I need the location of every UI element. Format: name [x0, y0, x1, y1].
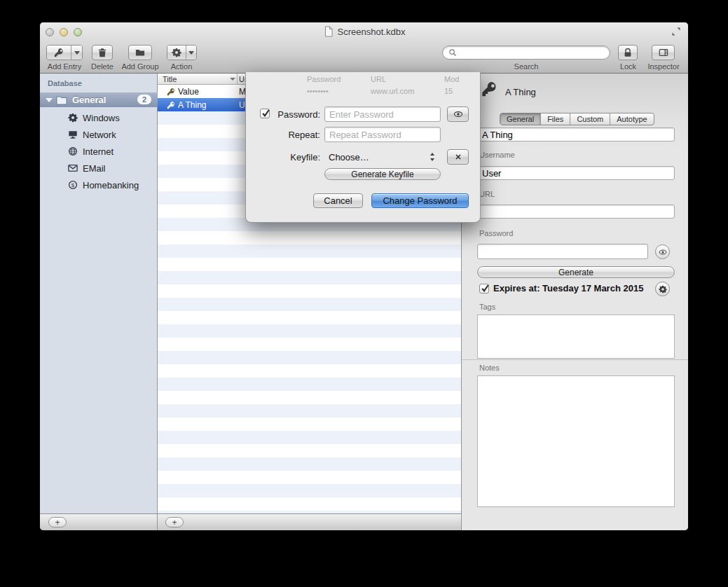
globe-icon — [68, 146, 78, 156]
password-checkbox[interactable] — [260, 109, 270, 118]
checkmark-icon — [480, 283, 490, 294]
sheet-repeat-label: Repeat: — [271, 130, 320, 140]
checkmark-icon — [261, 108, 271, 118]
tab-files[interactable]: Files — [540, 113, 570, 125]
inspector-divider — [462, 359, 688, 360]
window-title: Screenshot.kdbx — [338, 27, 406, 37]
change-password-sheet: Password URL Mod •••••••• www.url.com 15… — [245, 72, 481, 223]
titlebar: Screenshot.kdbx — [40, 22, 688, 41]
cancel-button[interactable]: Cancel — [313, 193, 363, 208]
inspector-button[interactable] — [652, 45, 675, 60]
username-field[interactable] — [477, 166, 675, 180]
search-label: Search — [505, 62, 547, 71]
generate-keyfile-button[interactable]: Generate Keyfile — [324, 168, 441, 180]
stepper-arrows-icon — [430, 152, 435, 162]
username-label: Username — [479, 151, 515, 159]
search-input[interactable] — [460, 48, 604, 57]
folder-icon — [135, 48, 145, 57]
dimmed-modified: 15 — [444, 87, 453, 95]
sidebar-item-label: Internet — [83, 146, 114, 157]
add-entry-button[interactable] — [46, 45, 83, 60]
action-button[interactable] — [167, 45, 197, 60]
sidebar-item-email[interactable]: EMail — [40, 160, 158, 177]
show-password-button[interactable] — [655, 244, 670, 259]
show-password-button[interactable] — [447, 106, 469, 122]
sidebar-item-network[interactable]: Network — [40, 126, 158, 143]
sidebar-item-windows[interactable]: Windows — [40, 109, 158, 126]
enter-password-input[interactable] — [324, 106, 441, 122]
clear-keyfile-button[interactable] — [447, 149, 469, 165]
dimmed-column-modified: Mod — [444, 75, 459, 83]
key-icon — [167, 88, 175, 96]
dimmed-url: www.url.com — [371, 87, 414, 95]
add-group-button[interactable] — [128, 45, 152, 60]
list-bottom-bar: + — [158, 513, 461, 530]
column-divider[interactable] — [237, 74, 238, 85]
eye-icon — [453, 109, 463, 119]
sidebar-item-label: Homebanking — [83, 180, 139, 191]
sidebar-group-general[interactable]: General 2 — [40, 92, 158, 107]
column-header-title[interactable]: Title — [163, 75, 177, 83]
close-icon — [454, 153, 462, 161]
key-icon — [167, 101, 175, 109]
windows-gear-icon — [68, 113, 78, 123]
add-group-label: Add Group — [119, 62, 161, 71]
fullscreen-icon[interactable] — [671, 26, 682, 37]
expires-row: Expires at: Tuesday 17 March 2015 — [479, 283, 643, 294]
lock-button[interactable] — [618, 45, 638, 60]
sheet-password-label: Password: — [271, 109, 320, 120]
repeat-password-input[interactable] — [324, 127, 441, 142]
sidebar-item-homebanking[interactable]: $ Homebanking — [40, 177, 158, 193]
keyfile-popup[interactable]: Choose… — [324, 149, 441, 165]
sidebar: Database General 2 Windows Network Inter… — [40, 74, 158, 513]
change-password-button[interactable]: Change Password — [371, 193, 469, 208]
document-icon — [323, 26, 334, 37]
eye-icon — [659, 248, 667, 256]
sidebar-item-internet[interactable]: Internet — [40, 143, 158, 160]
entry-title: A Thing — [178, 100, 206, 110]
tab-autotype[interactable]: Autotype — [610, 113, 653, 125]
password-label: Password — [479, 229, 513, 237]
title-field[interactable] — [477, 127, 675, 141]
add-group-plus-button[interactable]: + — [48, 517, 67, 527]
lock-label: Lock — [609, 62, 647, 71]
group-count-badge: 2 — [137, 95, 151, 104]
dimmed-column-password: Password — [307, 75, 341, 83]
url-field[interactable] — [477, 205, 675, 219]
entry-key-icon — [481, 81, 497, 100]
delete-label: Delete — [81, 62, 123, 71]
delete-button[interactable] — [92, 45, 113, 60]
chevron-down-icon — [188, 51, 194, 55]
tab-custom[interactable]: Custom — [570, 113, 610, 125]
sidebar-item-label: Windows — [83, 113, 120, 123]
dimmed-column-url: URL — [371, 75, 386, 83]
search-field[interactable] — [442, 46, 610, 60]
expires-checkbox[interactable] — [479, 284, 489, 294]
main-window: Screenshot.kdbx Add Entry Delete Add Gro… — [40, 22, 688, 530]
url-label: URL — [479, 190, 495, 198]
trash-icon — [97, 48, 107, 57]
dimmed-password-dots: •••••••• — [307, 87, 329, 95]
notes-textarea[interactable] — [477, 375, 675, 507]
password-field[interactable] — [477, 244, 648, 259]
sheet-keyfile-label: Keyfile: — [271, 152, 320, 163]
expires-settings-button[interactable] — [655, 282, 670, 296]
lock-icon — [623, 48, 633, 57]
monitor-icon — [68, 130, 78, 139]
disclosure-triangle-icon[interactable] — [46, 98, 53, 102]
gear-icon — [172, 48, 181, 57]
action-label: Action — [163, 62, 200, 71]
folder-icon — [56, 95, 67, 105]
banking-coin-icon: $ — [68, 180, 78, 190]
window-chrome: Screenshot.kdbx Add Entry Delete Add Gro… — [40, 22, 688, 74]
sidebar-bottom-bar: + — [40, 513, 158, 530]
sidebar-header: Database — [48, 79, 82, 88]
sort-indicator-icon — [230, 78, 235, 81]
generate-password-button[interactable]: Generate — [477, 266, 675, 278]
tags-textarea[interactable] — [477, 315, 675, 359]
envelope-icon — [68, 163, 78, 173]
expires-label: Expires at: Tuesday 17 March 2015 — [493, 283, 643, 294]
tags-label: Tags — [479, 303, 495, 311]
add-entry-plus-button[interactable]: + — [165, 517, 184, 527]
tab-general[interactable]: General — [500, 113, 540, 125]
